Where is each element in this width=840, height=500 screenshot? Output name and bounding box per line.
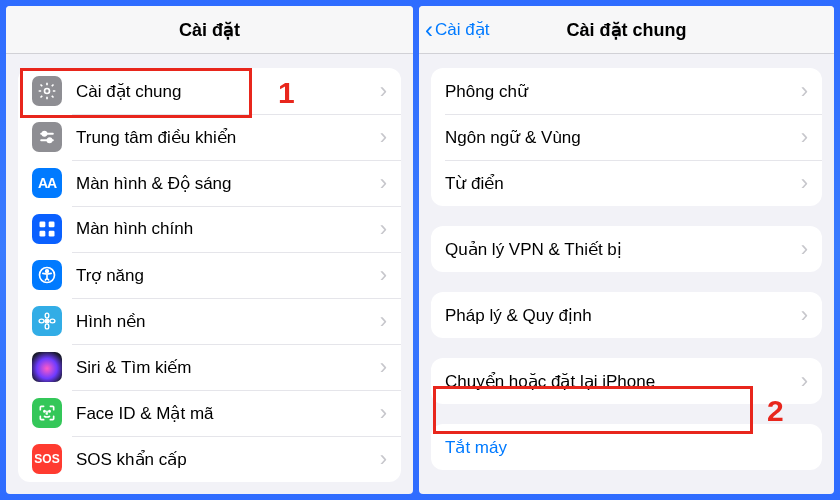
svg-rect-6 xyxy=(49,222,55,228)
settings-row-wallpaper[interactable]: Hình nền› xyxy=(18,298,401,344)
row-label: Trợ năng xyxy=(76,265,374,286)
chevron-right-icon: › xyxy=(380,80,387,102)
svg-rect-7 xyxy=(40,231,46,237)
settings-row-transfer-reset[interactable]: Chuyển hoặc đặt lại iPhone› xyxy=(431,358,822,404)
settings-row-control-center[interactable]: Trung tâm điều khiển› xyxy=(18,114,401,160)
settings-row-vpn[interactable]: Quản lý VPN & Thiết bị› xyxy=(431,226,822,272)
settings-row-home-screen[interactable]: Màn hình chính› xyxy=(18,206,401,252)
settings-row-dictionary[interactable]: Từ điển› xyxy=(431,160,822,206)
navbar-right: ‹ Cài đặt Cài đặt chung xyxy=(419,6,834,54)
row-label: Face ID & Mật mã xyxy=(76,403,374,424)
svg-point-10 xyxy=(46,270,49,273)
row-label: Màn hình & Độ sáng xyxy=(76,173,374,194)
general-list: Phông chữ›Ngôn ngữ & Vùng›Từ điển›Quản l… xyxy=(419,54,834,494)
settings-row-faceid[interactable]: Face ID & Mật mã› xyxy=(18,390,401,436)
svg-point-14 xyxy=(39,319,44,323)
accessibility-icon xyxy=(32,260,62,290)
chevron-right-icon: › xyxy=(801,172,808,194)
row-label: Trung tâm điều khiển xyxy=(76,127,374,148)
row-label: SOS khẩn cấp xyxy=(76,449,374,470)
chevron-right-icon: › xyxy=(801,370,808,392)
settings-row-siri[interactable]: Siri & Tìm kiếm› xyxy=(18,344,401,390)
svg-point-11 xyxy=(45,319,49,323)
siri-icon xyxy=(32,352,62,382)
row-label: Quản lý VPN & Thiết bị xyxy=(445,239,795,260)
svg-rect-8 xyxy=(49,231,55,237)
back-label: Cài đặt xyxy=(435,19,489,40)
chevron-right-icon: › xyxy=(380,264,387,286)
row-label: Pháp lý & Quy định xyxy=(445,305,795,326)
row-label: Từ điển xyxy=(445,173,795,194)
page-title: Cài đặt xyxy=(179,19,240,41)
row-label: Hình nền xyxy=(76,311,374,332)
settings-row-general[interactable]: Cài đặt chung› xyxy=(18,68,401,114)
svg-point-0 xyxy=(45,89,50,94)
settings-row-fonts[interactable]: Phông chữ› xyxy=(431,68,822,114)
svg-rect-5 xyxy=(40,222,46,228)
faceid-icon xyxy=(32,398,62,428)
settings-group: Pháp lý & Quy định› xyxy=(431,292,822,338)
row-label: Cài đặt chung xyxy=(76,81,374,102)
chevron-right-icon: › xyxy=(801,304,808,326)
svg-point-12 xyxy=(45,313,49,318)
svg-point-13 xyxy=(45,324,49,329)
settings-group: Quản lý VPN & Thiết bị› xyxy=(431,226,822,272)
navbar-left: Cài đặt xyxy=(6,6,413,54)
settings-row-legal[interactable]: Pháp lý & Quy định› xyxy=(431,292,822,338)
two-panel-screenshot: Cài đặt Cài đặt chung›Trung tâm điều khi… xyxy=(0,0,840,500)
chevron-right-icon: › xyxy=(380,356,387,378)
text-size-icon: AA xyxy=(32,168,62,198)
left-phone-settings: Cài đặt Cài đặt chung›Trung tâm điều khi… xyxy=(6,6,413,494)
settings-row-accessibility[interactable]: Trợ năng› xyxy=(18,252,401,298)
sos-icon: SOS xyxy=(32,444,62,474)
settings-row-display[interactable]: AAMàn hình & Độ sáng› xyxy=(18,160,401,206)
settings-list: Cài đặt chung›Trung tâm điều khiển›AAMàn… xyxy=(6,54,413,494)
svg-point-17 xyxy=(49,411,50,412)
row-label: Ngôn ngữ & Vùng xyxy=(445,127,795,148)
svg-point-4 xyxy=(48,138,52,142)
row-label: Siri & Tìm kiếm xyxy=(76,357,374,378)
row-label: Màn hình chính xyxy=(76,219,374,239)
chevron-right-icon: › xyxy=(380,172,387,194)
settings-row-language[interactable]: Ngôn ngữ & Vùng› xyxy=(431,114,822,160)
svg-point-2 xyxy=(43,132,47,136)
chevron-right-icon: › xyxy=(380,402,387,424)
row-label: Phông chữ xyxy=(445,81,795,102)
chevron-right-icon: › xyxy=(380,448,387,470)
page-title: Cài đặt chung xyxy=(567,19,687,41)
settings-group: Tắt máy xyxy=(431,424,822,470)
chevron-right-icon: › xyxy=(801,80,808,102)
chevron-right-icon: › xyxy=(380,218,387,240)
chevron-right-icon: › xyxy=(801,238,808,260)
chevron-right-icon: › xyxy=(380,310,387,332)
settings-group: Chuyển hoặc đặt lại iPhone› xyxy=(431,358,822,404)
settings-group: Phông chữ›Ngôn ngữ & Vùng›Từ điển› xyxy=(431,68,822,206)
right-phone-general: ‹ Cài đặt Cài đặt chung Phông chữ›Ngôn n… xyxy=(419,6,834,494)
gear-icon xyxy=(32,76,62,106)
row-label: Tắt máy xyxy=(445,437,808,458)
chevron-right-icon: › xyxy=(380,126,387,148)
grid-icon xyxy=(32,214,62,244)
chevron-right-icon: › xyxy=(801,126,808,148)
chevron-left-icon: ‹ xyxy=(425,18,433,42)
settings-row-sos[interactable]: SOSSOS khẩn cấp› xyxy=(18,436,401,482)
settings-row-shutdown[interactable]: Tắt máy xyxy=(431,424,822,470)
svg-point-16 xyxy=(44,411,45,412)
row-label: Chuyển hoặc đặt lại iPhone xyxy=(445,371,795,392)
svg-point-15 xyxy=(50,319,55,323)
sliders-icon xyxy=(32,122,62,152)
back-button[interactable]: ‹ Cài đặt xyxy=(425,6,489,53)
flower-icon xyxy=(32,306,62,336)
